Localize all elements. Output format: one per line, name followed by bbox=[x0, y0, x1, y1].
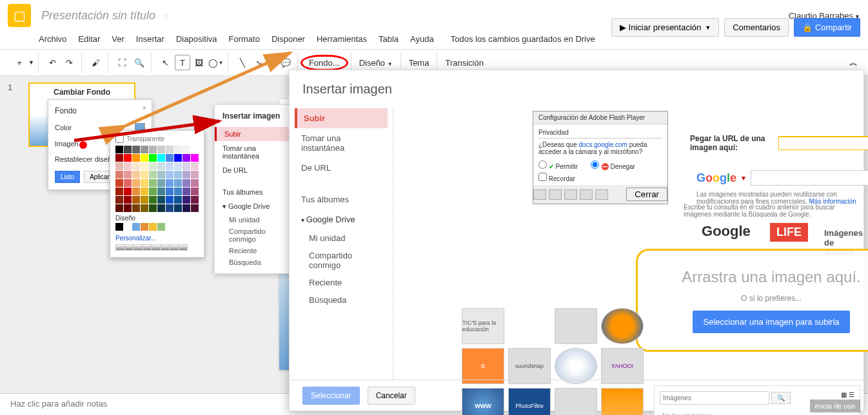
il-instantanea[interactable]: Tomar una instantánea bbox=[295, 128, 388, 158]
insert-url[interactable]: De URL bbox=[215, 163, 292, 177]
il-miunidad[interactable]: Mi unidad bbox=[295, 229, 388, 247]
album-image[interactable] bbox=[555, 308, 597, 344]
il-albums[interactable]: Tus álbumes bbox=[295, 189, 388, 209]
flash-tab-privacy-icon[interactable] bbox=[549, 189, 562, 200]
il-subir[interactable]: Subir bbox=[295, 108, 388, 128]
menu-ayuda[interactable]: Ayuda bbox=[410, 34, 434, 44]
album-image-firefox-icon[interactable] bbox=[601, 308, 644, 344]
insert-drive[interactable]: ▾ Google Drive bbox=[215, 199, 292, 214]
slides-logo: ▢ bbox=[8, 4, 31, 27]
life-logo: LIFE bbox=[770, 223, 808, 242]
insert-subir[interactable]: Subir bbox=[215, 127, 292, 141]
transicion-button[interactable]: Transición bbox=[440, 58, 488, 68]
share-button[interactable]: 🔒 Compartir bbox=[794, 18, 860, 37]
redo-button[interactable]: ↷ bbox=[62, 55, 77, 70]
menu-formato[interactable]: Formato bbox=[229, 34, 260, 44]
listo-button[interactable]: Listo bbox=[55, 171, 80, 183]
arrow-tool[interactable]: ↘ bbox=[252, 55, 267, 70]
highlight-dot bbox=[79, 141, 87, 149]
line-tool[interactable]: ╲ bbox=[235, 55, 250, 70]
star-icon[interactable]: ☆ bbox=[162, 12, 170, 21]
url-label: Pegar la URL de una imagen aquí: bbox=[690, 134, 773, 152]
google-search-input[interactable] bbox=[751, 170, 868, 186]
menu-herramientas[interactable]: Herramientas bbox=[317, 34, 367, 44]
menu-ver[interactable]: Ver bbox=[112, 34, 124, 44]
color-picker: Transparente Diseño Personalizar... bbox=[110, 130, 204, 258]
color-grid[interactable] bbox=[115, 146, 199, 212]
dialog-title: Insertar imagen bbox=[290, 70, 863, 108]
drop-zone[interactable]: Arrastra una imagen aquí. O si lo prefie… bbox=[636, 249, 868, 352]
insert-image-sidebar-small: Insertar imagen Subir Tomar una instantá… bbox=[214, 104, 293, 274]
comments-button[interactable]: Comentarios bbox=[724, 18, 789, 37]
fondo-button[interactable]: Fondo... bbox=[301, 55, 348, 71]
collapse-toolbar-icon[interactable]: ︽ bbox=[849, 57, 858, 68]
album-crumb[interactable]: TIC'S para la educación bbox=[462, 308, 504, 344]
menu-diapositiva[interactable]: Diapositiva bbox=[176, 34, 217, 44]
il-drive[interactable]: Google Drive bbox=[295, 209, 388, 229]
google-big-logo: Google bbox=[702, 223, 751, 240]
tema-button[interactable]: Tema bbox=[404, 58, 435, 68]
close-icon[interactable]: × bbox=[143, 104, 146, 111]
album-image-yahoo-icon[interactable]: YAHOO! bbox=[601, 348, 644, 384]
select-tool[interactable]: ↖ bbox=[158, 55, 173, 70]
menu-tabla[interactable]: Tabla bbox=[379, 34, 399, 44]
transparent-checkbox[interactable] bbox=[115, 135, 124, 143]
select-image-button[interactable]: Seleccionar una imagen para subirla bbox=[693, 311, 849, 333]
diseno-button[interactable]: Diseño ▼ bbox=[354, 58, 398, 68]
zoom-button[interactable]: 🔍 bbox=[132, 55, 147, 70]
comment-tool[interactable]: 💬 bbox=[278, 55, 293, 70]
image-tool[interactable]: 🖼 bbox=[192, 55, 207, 70]
flash-settings-dialog: Configuración de Adobe Flash Player Priv… bbox=[533, 111, 668, 204]
flash-close-button[interactable]: Cerrar bbox=[626, 188, 667, 201]
il-busqueda[interactable]: Búsqueda bbox=[295, 291, 388, 309]
doc-title[interactable]: Presentación sin título bbox=[41, 9, 155, 22]
album-image-cd-icon[interactable] bbox=[555, 348, 597, 384]
album-image-soundsnap-icon[interactable]: soundsnap bbox=[508, 348, 551, 384]
url-input[interactable] bbox=[778, 136, 868, 150]
fondo-title: Fondo bbox=[55, 106, 145, 115]
paint-format-button[interactable]: 🖌 bbox=[88, 55, 104, 70]
present-button[interactable]: ▶ Iniciar presentación ▼ bbox=[611, 18, 720, 37]
custom-color-link[interactable]: Personalizar... bbox=[115, 235, 199, 242]
gradient-row bbox=[115, 244, 199, 251]
il-compartido[interactable]: Compartido conmigo bbox=[295, 247, 388, 274]
menu-insertar[interactable]: Insertar bbox=[136, 34, 164, 44]
flash-tab-storage-icon[interactable] bbox=[564, 189, 577, 200]
save-status: Todos los cambios guardados en Drive bbox=[451, 34, 595, 44]
design-colors bbox=[115, 223, 199, 231]
textbox-tool[interactable]: T bbox=[175, 55, 190, 70]
menu-disponer[interactable]: Disponer bbox=[271, 34, 305, 44]
flash-tab-mic-icon[interactable] bbox=[580, 189, 593, 200]
slide-number: 1 bbox=[8, 82, 12, 92]
menu-editar[interactable]: Editar bbox=[78, 34, 100, 44]
insert-instantanea[interactable]: Tomar una instantánea bbox=[215, 141, 292, 163]
flash-tab-display-icon[interactable] bbox=[533, 189, 546, 200]
menu-archivo[interactable]: Archivo bbox=[39, 34, 66, 44]
zoom-fit-button[interactable]: ⛶ bbox=[115, 55, 130, 70]
google-logo: Google bbox=[696, 171, 736, 185]
license-badge: encia de uso bbox=[810, 400, 860, 412]
insert-albums[interactable]: Tus álbumes bbox=[215, 185, 292, 199]
insert-image-dialog: Insertar imagen Subir Tomar una instantá… bbox=[289, 70, 864, 411]
dialog-cancel-button[interactable]: Cancelar bbox=[368, 387, 415, 405]
undo-button[interactable]: ↶ bbox=[45, 55, 61, 70]
album-image-blogger-icon[interactable]: B bbox=[462, 348, 504, 384]
il-reciente[interactable]: Reciente bbox=[295, 274, 388, 291]
dialog-select-button[interactable]: Seleccionar bbox=[302, 387, 360, 405]
new-slide-button[interactable]: + bbox=[12, 55, 27, 70]
il-url[interactable]: De URL bbox=[295, 158, 388, 178]
flash-tab-camera-icon[interactable] bbox=[595, 189, 608, 200]
shape-tool[interactable]: ◯▼ bbox=[208, 55, 224, 70]
